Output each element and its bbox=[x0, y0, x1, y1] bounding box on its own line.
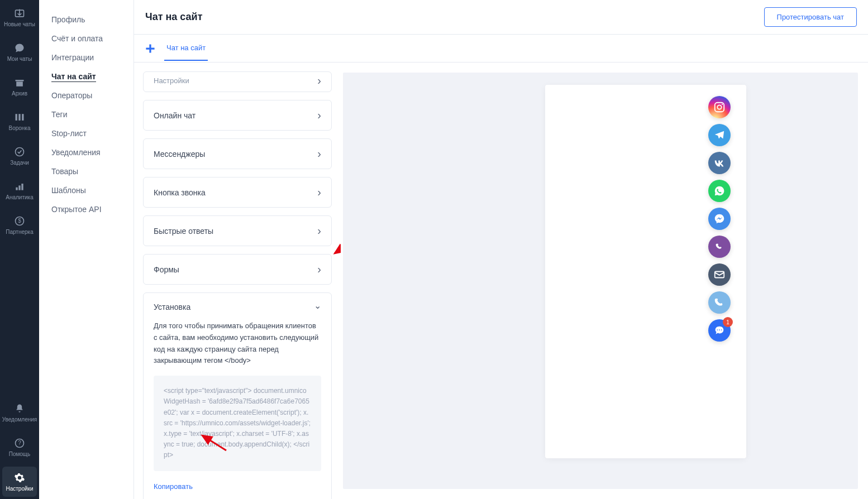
widget-chat[interactable]: 1 bbox=[708, 319, 731, 342]
accordion-install-header[interactable]: Установка bbox=[144, 293, 331, 320]
help-icon: ? bbox=[14, 438, 25, 449]
nav-analytics[interactable]: Аналитика bbox=[0, 173, 39, 208]
nav-archive[interactable]: Архив bbox=[0, 69, 39, 104]
install-description: Для того чтобы принимать обращения клиен… bbox=[154, 320, 321, 367]
widget-preview: 1 bbox=[343, 73, 858, 489]
sub-nav: Профиль Счёт и оплата Интеграции Чат на … bbox=[39, 0, 134, 499]
check-icon bbox=[14, 146, 25, 157]
widget-vk[interactable] bbox=[708, 152, 731, 174]
bell-icon bbox=[14, 403, 25, 414]
settings-panel: Настройки Онлайн чат Мессенджеры Кнопка … bbox=[134, 63, 341, 499]
instagram-icon bbox=[713, 101, 726, 113]
nav-funnel[interactable]: Воронка bbox=[0, 104, 39, 138]
accordion-settings[interactable]: Настройки bbox=[143, 71, 332, 92]
subnav-profile[interactable]: Профиль bbox=[39, 10, 133, 29]
svg-point-15 bbox=[717, 105, 721, 109]
subnav-api[interactable]: Открытое API bbox=[39, 200, 133, 219]
svg-rect-2 bbox=[18, 114, 20, 121]
plus-icon bbox=[143, 41, 158, 56]
accordion-quick-replies[interactable]: Быстрые ответы bbox=[143, 215, 332, 246]
widget-phone[interactable] bbox=[708, 291, 731, 314]
viber-icon bbox=[713, 241, 726, 253]
accordion-forms[interactable]: Формы bbox=[143, 254, 332, 285]
subnav-operators[interactable]: Операторы bbox=[39, 86, 133, 105]
svg-rect-1 bbox=[16, 114, 17, 121]
accordion-install: Установка Для того чтобы принимать обращ… bbox=[143, 292, 332, 499]
chat-bubble-icon bbox=[713, 324, 726, 337]
chat-badge: 1 bbox=[723, 317, 733, 327]
widget-viber[interactable] bbox=[708, 236, 731, 258]
subnav-billing[interactable]: Счёт и оплата bbox=[39, 29, 133, 48]
widget-instagram[interactable] bbox=[708, 96, 731, 118]
settings-icon bbox=[14, 472, 25, 483]
accordion-online-chat[interactable]: Онлайн чат bbox=[143, 100, 332, 131]
nav-new-chats[interactable]: Новые чаты bbox=[0, 0, 39, 35]
subnav-chat-site[interactable]: Чат на сайт bbox=[39, 67, 133, 86]
analytics-icon bbox=[14, 181, 25, 192]
chat-icon bbox=[14, 42, 25, 54]
nav-partner[interactable]: $ Партнерка bbox=[0, 208, 39, 242]
svg-text:$: $ bbox=[18, 218, 21, 224]
copy-button[interactable]: Копировать bbox=[154, 482, 193, 491]
svg-rect-3 bbox=[22, 114, 23, 121]
svg-rect-6 bbox=[18, 185, 20, 190]
email-icon bbox=[713, 268, 726, 281]
page-title: Чат на сайт bbox=[145, 11, 202, 23]
phone-icon bbox=[713, 296, 726, 309]
svg-point-20 bbox=[721, 329, 722, 330]
nav-settings[interactable]: Настройки bbox=[2, 467, 37, 497]
inbox-icon bbox=[14, 8, 25, 19]
subnav-goods[interactable]: Товары bbox=[39, 162, 133, 181]
svg-point-18 bbox=[717, 329, 718, 330]
nav-help[interactable]: ? Помощь bbox=[0, 430, 39, 464]
widget-messenger[interactable] bbox=[708, 208, 731, 230]
header: Чат на сайт Протестировать чат bbox=[134, 0, 868, 35]
widget-card: 1 bbox=[545, 85, 746, 458]
widget-icons: 1 bbox=[708, 96, 731, 342]
subnav-templates[interactable]: Шаблоны bbox=[39, 181, 133, 200]
messenger-icon bbox=[713, 213, 726, 225]
svg-point-4 bbox=[16, 147, 24, 156]
dollar-icon: $ bbox=[14, 215, 25, 227]
accordion-messengers[interactable]: Мессенджеры bbox=[143, 138, 332, 169]
main-nav: Новые чаты Мои чаты Архив Воронка Задачи… bbox=[0, 0, 39, 499]
telegram-icon bbox=[713, 129, 726, 141]
svg-rect-7 bbox=[21, 184, 23, 190]
add-tab-button[interactable] bbox=[143, 41, 158, 56]
archive-icon bbox=[14, 77, 25, 88]
accordion-call-button[interactable]: Кнопка звонка bbox=[143, 177, 332, 208]
test-chat-button[interactable]: Протестировать чат bbox=[764, 7, 857, 27]
widget-whatsapp[interactable] bbox=[708, 180, 731, 202]
vk-icon bbox=[713, 157, 726, 169]
svg-point-16 bbox=[722, 104, 723, 105]
svg-point-19 bbox=[719, 329, 720, 330]
subnav-tags[interactable]: Теги bbox=[39, 105, 133, 124]
nav-tasks[interactable]: Задачи bbox=[0, 138, 39, 173]
svg-text:?: ? bbox=[18, 440, 21, 446]
widget-email[interactable] bbox=[708, 263, 731, 286]
subnav-integrations[interactable]: Интеграции bbox=[39, 48, 133, 67]
tabs: Чат на сайт bbox=[134, 35, 868, 63]
tab-chat-site[interactable]: Чат на сайт bbox=[164, 36, 208, 61]
install-code: <script type="text/javascript"> document… bbox=[154, 376, 321, 471]
subnav-stoplist[interactable]: Stop-лист bbox=[39, 124, 133, 143]
nav-my-chats[interactable]: Мои чаты bbox=[0, 35, 39, 69]
subnav-notifications[interactable]: Уведомления bbox=[39, 143, 133, 162]
svg-rect-5 bbox=[16, 187, 17, 190]
whatsapp-icon bbox=[713, 185, 726, 197]
nav-notifications[interactable]: Уведомления bbox=[0, 395, 39, 430]
widget-telegram[interactable] bbox=[708, 124, 731, 146]
funnel-icon bbox=[14, 112, 25, 123]
